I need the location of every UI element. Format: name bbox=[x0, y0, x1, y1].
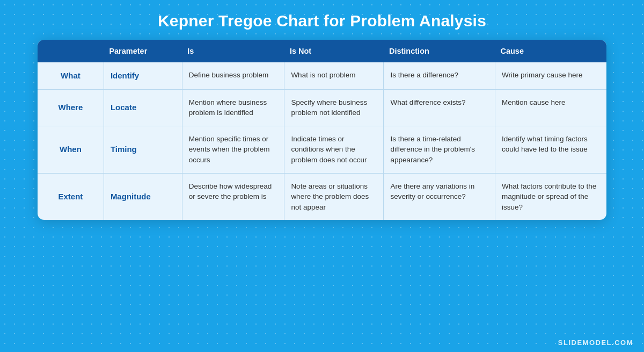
cell-distinction: Are there any variations in severity or … bbox=[384, 173, 495, 220]
cell-dimension: When bbox=[38, 126, 104, 173]
header-distinction: Distinction bbox=[384, 40, 495, 62]
table-header-row: Parameter Is Is Not Distinction Cause bbox=[38, 40, 606, 62]
cell-parameter: Identify bbox=[104, 62, 182, 89]
cell-is: Define business problem bbox=[182, 62, 284, 89]
header-is: Is bbox=[182, 40, 284, 62]
cell-is: Mention specific times or events when th… bbox=[182, 126, 284, 173]
cell-dimension: What bbox=[38, 62, 104, 89]
cell-parameter: Magnitude bbox=[104, 173, 182, 220]
cell-parameter: Timing bbox=[104, 126, 182, 173]
cell-is-not: What is not problem bbox=[284, 62, 384, 89]
cell-distinction: Is there a difference? bbox=[384, 62, 495, 89]
cell-distinction: What difference exists? bbox=[384, 89, 495, 126]
header-dimension bbox=[38, 40, 104, 62]
cell-parameter: Locate bbox=[104, 89, 182, 126]
table-row: ExtentMagnitudeDescribe how widespread o… bbox=[38, 173, 606, 220]
cell-dimension: Extent bbox=[38, 173, 104, 220]
table-row: WhatIdentifyDefine business problemWhat … bbox=[38, 62, 606, 89]
cell-is: Mention where business problem is identi… bbox=[182, 89, 284, 126]
cell-distinction: Is there a time-related difference in th… bbox=[384, 126, 495, 173]
cell-is-not: Specify where business problem not ident… bbox=[284, 89, 384, 126]
table-row: WhereLocateMention where business proble… bbox=[38, 89, 606, 126]
cell-is-not: Note areas or situations where the probl… bbox=[284, 173, 384, 220]
watermark: SLIDEMODEL.COM bbox=[558, 339, 633, 347]
cell-is-not: Indicate times or conditions when the pr… bbox=[284, 126, 384, 173]
cell-cause: Identify what timing factors could have … bbox=[495, 126, 606, 173]
cell-cause: Mention cause here bbox=[495, 89, 606, 126]
main-table-container: Parameter Is Is Not Distinction Cause Wh… bbox=[38, 40, 606, 220]
cell-cause: Write primary cause here bbox=[495, 62, 606, 89]
header-cause: Cause bbox=[495, 40, 606, 62]
cell-cause: What factors contribute to the magnitude… bbox=[495, 173, 606, 220]
page-title: Kepner Tregoe Chart for Problem Analysis bbox=[158, 12, 486, 30]
cell-dimension: Where bbox=[38, 89, 104, 126]
cell-is: Describe how widespread or severe the pr… bbox=[182, 173, 284, 220]
header-parameter: Parameter bbox=[104, 40, 182, 62]
header-is-not: Is Not bbox=[284, 40, 384, 62]
table-row: WhenTimingMention specific times or even… bbox=[38, 126, 606, 173]
kepner-tregoe-table: Parameter Is Is Not Distinction Cause Wh… bbox=[38, 40, 606, 220]
